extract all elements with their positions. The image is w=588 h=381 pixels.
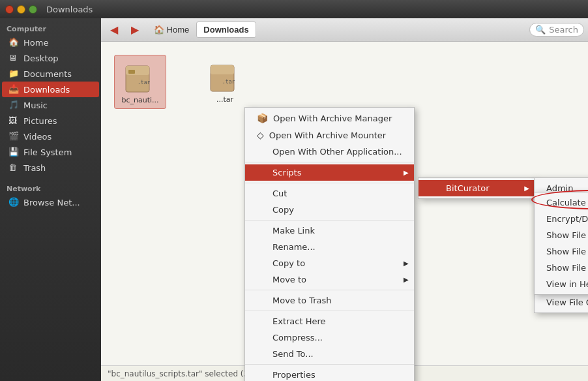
menu-view-hexeditor[interactable]: View in Hexeditor <box>535 276 588 292</box>
menu-copy[interactable]: Copy <box>245 202 414 218</box>
menu-rename[interactable]: Rename... <box>245 239 414 255</box>
sidebar-item-label: Documents <box>23 69 72 79</box>
sidebar-item-label: Downloads <box>23 85 70 95</box>
menu-make-link[interactable]: Make Link <box>245 222 414 239</box>
breadcrumb-downloads[interactable]: Downloads <box>196 22 256 38</box>
sidebar-item-pictures[interactable]: 🖼 Pictures <box>2 113 99 129</box>
sidebar-item-label: Music <box>23 100 48 110</box>
back-button[interactable]: ◀ <box>105 21 123 39</box>
separator-3 <box>245 220 414 221</box>
home-icon: 🏠 <box>8 37 19 48</box>
close-button[interactable] <box>5 5 14 14</box>
scripts-arrow: ▶ <box>404 169 409 176</box>
music-icon: 🎵 <box>8 100 19 110</box>
menu-scripts[interactable]: Scripts ▶ <box>245 164 414 181</box>
sidebar: Computer 🏠 Home 🖥 Desktop 📁 Documents 📥 … <box>0 18 101 381</box>
sidebar-item-label: Pictures <box>23 116 57 126</box>
move-to-arrow: ▶ <box>404 276 409 283</box>
titlebar: Downloads <box>0 0 588 18</box>
search-label: Search <box>549 25 578 35</box>
sidebar-item-filesystem[interactable]: 💾 File System <box>2 144 99 160</box>
network-icon: 🌐 <box>8 197 19 207</box>
sidebar-item-label: File System <box>23 147 72 157</box>
svg-rect-5 <box>211 65 234 74</box>
home-breadcrumb-icon: 🏠 <box>154 25 164 35</box>
file-area[interactable]: .tar bc_nauti... .tar ...tar 📦 Open With… <box>101 42 588 365</box>
search-icon: 🔍 <box>535 25 546 35</box>
menu-show-file-details[interactable]: Show File Details <box>535 227 588 243</box>
menu-show-file-type[interactable]: Show File Type <box>535 243 588 260</box>
menu-cut[interactable]: Cut <box>245 185 414 202</box>
menu-move-to[interactable]: Move to ▶ <box>245 271 414 288</box>
menu-move-trash[interactable]: Move to Trash <box>245 292 414 309</box>
forward-icon: ▶ <box>131 23 139 36</box>
context-menu: 📦 Open With Archive Manager ◇ Open With … <box>244 107 415 381</box>
menu-bitcurator[interactable]: BitCurator ▶ <box>419 180 535 196</box>
menu-extract[interactable]: Extract Here <box>245 313 414 329</box>
scripts-submenu: BitCurator ▶ <box>418 177 535 199</box>
sidebar-item-home[interactable]: 🏠 Home <box>2 35 99 50</box>
menu-encrypt-decrypt[interactable]: Encrypt/Decrypt <box>535 211 588 227</box>
separator-1 <box>245 162 414 162</box>
menu-open-archive-mounter[interactable]: ◇ Open With Archive Mounter <box>245 127 414 144</box>
separator-5 <box>245 311 414 311</box>
file-analysis-submenu: Calculate MD5 Encrypt/Decrypt Show File … <box>534 192 588 295</box>
file-item-selected[interactable]: .tar bc_nauti... <box>114 55 166 109</box>
sidebar-item-downloads[interactable]: 📥 Downloads <box>2 82 99 97</box>
breadcrumb-home[interactable]: 🏠 Home <box>147 22 196 38</box>
breadcrumb: 🏠 Home Downloads <box>147 22 527 38</box>
menu-sendto[interactable]: Send To... <box>245 346 414 362</box>
desktop-icon: 🖥 <box>8 53 19 63</box>
svg-text:.tar: .tar <box>222 79 235 85</box>
menu-view-file-contents[interactable]: View File Contents <box>535 294 588 311</box>
pictures-icon: 🖼 <box>8 115 19 126</box>
toolbar: ◀ ▶ 🏠 Home Downloads 🔍 Search <box>101 18 588 42</box>
menu-open-archive-manager[interactable]: 📦 Open With Archive Manager <box>245 110 414 127</box>
menu-calculate-md5[interactable]: Calculate MD5 <box>535 194 588 211</box>
menu-properties[interactable]: Properties <box>245 367 414 381</box>
main-layout: Computer 🏠 Home 🖥 Desktop 📁 Documents 📥 … <box>0 18 588 381</box>
file-item-2[interactable]: .tar ...tar <box>199 55 251 109</box>
copy-to-arrow: ▶ <box>404 260 409 267</box>
sidebar-item-music[interactable]: 🎵 Music <box>2 97 99 113</box>
sidebar-item-label: Trash <box>23 163 46 173</box>
sidebar-section-computer: Computer <box>0 21 101 35</box>
archive-icon-2: .tar <box>209 59 241 93</box>
documents-icon: 📁 <box>8 69 19 79</box>
menu-show-file-type-mime[interactable]: Show File Type (mime) <box>535 260 588 276</box>
separator-4 <box>245 290 414 290</box>
menu-compress[interactable]: Compress... <box>245 329 414 346</box>
separator-2 <box>245 183 414 183</box>
sidebar-item-documents[interactable]: 📁 Documents <box>2 66 99 82</box>
minimize-button[interactable] <box>17 5 25 14</box>
sidebar-section-network: Network <box>0 181 101 194</box>
back-icon: ◀ <box>110 23 118 36</box>
sidebar-item-label: Videos <box>23 132 51 142</box>
forward-button[interactable]: ▶ <box>126 21 144 39</box>
archive-manager-icon: 📦 <box>257 113 268 123</box>
sidebar-item-trash[interactable]: 🗑 Trash <box>2 160 99 175</box>
sidebar-item-browsenet[interactable]: 🌐 Browse Net... <box>2 194 99 210</box>
content-area: ◀ ▶ 🏠 Home Downloads 🔍 Search <box>101 18 588 381</box>
menu-copy-to[interactable]: Copy to ▶ <box>245 255 414 271</box>
menu-open-other[interactable]: Open With Other Application... <box>245 144 414 160</box>
file-label-2: ...tar <box>216 95 233 104</box>
svg-text:.tar: .tar <box>138 80 150 85</box>
sidebar-item-videos[interactable]: 🎬 Videos <box>2 129 99 144</box>
file-label: bc_nauti... <box>121 96 158 104</box>
titlebar-buttons <box>5 5 37 14</box>
sidebar-item-label: Browse Net... <box>23 198 80 207</box>
window-title: Downloads <box>46 5 93 14</box>
sidebar-item-desktop[interactable]: 🖥 Desktop <box>2 50 99 66</box>
trash-icon: 🗑 <box>8 162 19 173</box>
downloads-icon: 📥 <box>8 84 19 95</box>
bitcurator-arrow: ▶ <box>524 185 529 192</box>
separator-6 <box>245 364 414 365</box>
videos-icon: 🎬 <box>8 131 19 142</box>
archive-icon-selected: .tar <box>125 59 156 93</box>
svg-rect-2 <box>128 70 135 74</box>
maximize-button[interactable] <box>29 5 37 14</box>
search-area: 🔍 Search <box>529 23 584 37</box>
sidebar-item-label: Home <box>23 38 48 48</box>
diamond-icon: ◇ <box>257 130 264 140</box>
